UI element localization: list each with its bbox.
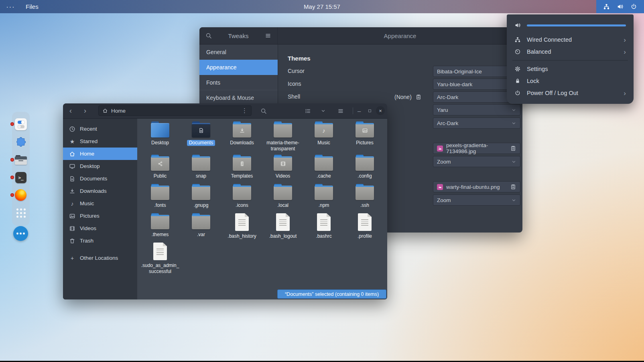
file-item[interactable]: Downloads <box>221 121 262 155</box>
dock-more-button[interactable] <box>13 226 28 241</box>
file-item[interactable]: .profile <box>344 213 385 243</box>
speaker-icon <box>514 22 521 28</box>
folder-icon <box>274 155 292 171</box>
chevron-down-icon <box>511 198 516 203</box>
path-bar[interactable]: Home ⋮ <box>98 105 252 116</box>
menu-item-power-off[interactable]: Power Off / Log Out › <box>511 87 630 99</box>
menu-item-power-profile[interactable]: Balanced › <box>511 46 630 58</box>
terminal-app-icon: >_ <box>15 172 26 183</box>
search-button[interactable] <box>260 103 267 118</box>
sidebar-item-starred[interactable]: ★Starred <box>63 135 137 148</box>
clock[interactable]: May 27 15:57 <box>304 3 340 10</box>
file-item[interactable]: Pictures <box>344 121 385 155</box>
folder-icon <box>356 184 374 200</box>
file-item[interactable]: .config <box>344 155 385 184</box>
tweaks-titlebar[interactable]: Tweaks Appearance – <box>199 27 522 44</box>
desktop: { "topbar": { "activities_glyph": "···",… <box>0 0 644 362</box>
kebab-menu-icon[interactable]: ⋮ <box>242 107 248 114</box>
back-button[interactable]: ‹ <box>69 103 72 118</box>
chevron-right-icon: › <box>624 49 626 55</box>
menu-item-settings[interactable]: Settings <box>511 63 630 75</box>
sidebar-item-music[interactable]: ♪Music <box>63 197 137 210</box>
legacy-theme-dropdown[interactable]: Arc-Dark <box>433 117 520 129</box>
activities-dots-icon[interactable]: ··· <box>6 3 15 10</box>
file-item[interactable]: .gnupg <box>181 184 221 213</box>
lockscreen-image-chooser[interactable]: warty-final-ubuntu.png <box>433 181 520 192</box>
current-path: Home <box>111 108 126 114</box>
clipboard-icon[interactable] <box>415 94 422 100</box>
menu-item-wired[interactable]: Wired Connected › <box>511 34 630 46</box>
file-item[interactable]: .ssh <box>344 184 385 213</box>
network-wired-icon <box>514 36 521 43</box>
files-titlebar[interactable]: ‹ › Home ⋮ – × <box>63 103 387 119</box>
minimize-button[interactable]: – <box>358 103 361 118</box>
sound-theme-dropdown[interactable]: Yaru <box>433 104 520 115</box>
file-item[interactable]: .var <box>181 213 221 243</box>
view-list-button[interactable] <box>305 103 311 118</box>
hamburger-menu-icon[interactable] <box>337 103 344 118</box>
background-adjustment-dropdown[interactable]: Zoom <box>433 156 520 167</box>
background-image-chooser[interactable]: pexels-gradienta-7134986.jpg <box>433 143 520 154</box>
firefox-app-icon <box>15 189 26 201</box>
image-thumbnail-icon <box>437 184 443 190</box>
file-item[interactable]: .sudo_as_admin_successful <box>140 243 181 277</box>
dock-item-firefox[interactable] <box>15 189 27 201</box>
lockscreen-adjustment-dropdown[interactable]: Zoom <box>433 194 520 206</box>
maximize-button[interactable] <box>367 103 372 118</box>
file-item[interactable]: .local <box>262 184 303 213</box>
music-emblem-icon: ♪ <box>322 127 325 133</box>
folder-icon <box>151 155 169 171</box>
file-item[interactable]: .bashrc <box>303 213 344 243</box>
sidebar-item-other-locations[interactable]: +Other Locations <box>63 252 137 264</box>
sidebar-item-documents[interactable]: Documents <box>63 172 137 185</box>
search-icon[interactable] <box>205 32 212 39</box>
file-item[interactable]: snap <box>181 155 221 184</box>
file-item[interactable]: .fonts <box>140 184 181 213</box>
file-item[interactable]: materia-theme-transparent <box>262 121 303 155</box>
file-item[interactable]: .cache <box>303 155 344 184</box>
file-item[interactable]: Public <box>140 155 181 184</box>
file-item[interactable]: ♪Music <box>303 121 344 155</box>
folder-icon <box>356 155 374 171</box>
view-options-chevron[interactable] <box>321 103 326 118</box>
folder-icon <box>192 213 210 229</box>
hamburger-menu-icon[interactable] <box>265 32 271 39</box>
file-item[interactable]: Videos <box>262 155 303 184</box>
sidebar-item-pictures[interactable]: Pictures <box>63 210 137 222</box>
dock-item-app-grid[interactable] <box>15 207 27 219</box>
dock-item-terminal[interactable]: >_ <box>15 172 27 184</box>
sidebar-item-downloads[interactable]: Downloads <box>63 185 137 197</box>
volume-slider[interactable] <box>527 24 626 26</box>
tweaks-sidebar-general[interactable]: General <box>199 44 278 60</box>
dock-item-extensions[interactable] <box>15 136 27 148</box>
sidebar-item-videos[interactable]: Videos <box>63 222 137 235</box>
file-item[interactable]: Desktop <box>140 121 181 155</box>
file-item[interactable]: .npm <box>303 184 344 213</box>
folder-icon <box>233 121 251 138</box>
dock-item-tweaks[interactable] <box>15 118 27 130</box>
close-button[interactable]: × <box>376 106 385 115</box>
sidebar-item-trash[interactable]: Trash <box>63 235 137 247</box>
file-item[interactable]: .icons <box>221 184 262 213</box>
file-item[interactable]: .bash_history <box>221 213 262 243</box>
volume-row[interactable] <box>511 19 630 31</box>
home-icon <box>102 108 108 113</box>
tweaks-sidebar-appearance[interactable]: Appearance <box>199 60 278 75</box>
sidebar-item-recent[interactable]: Recent <box>63 123 137 135</box>
menu-item-lock[interactable]: Lock <box>511 75 630 87</box>
sidebar-item-desktop[interactable]: Desktop <box>63 160 137 172</box>
focused-app-name[interactable]: Files <box>26 3 39 10</box>
file-item[interactable]: .bash_logout <box>262 213 303 243</box>
forward-button[interactable]: › <box>84 103 86 118</box>
tweaks-sidebar-fonts[interactable]: Fonts <box>199 75 278 90</box>
clipboard-icon[interactable] <box>510 145 516 152</box>
shell-none-indicator[interactable]: (None) <box>394 91 422 103</box>
file-item[interactable]: .themes <box>140 213 181 243</box>
file-item[interactable]: Templates <box>221 155 262 184</box>
system-status-area[interactable] <box>596 0 644 13</box>
dock-item-files[interactable] <box>15 154 27 166</box>
sidebar-item-home[interactable]: Home <box>63 148 137 160</box>
file-item-selected[interactable]: Documents <box>181 121 221 155</box>
clipboard-icon[interactable] <box>510 184 516 190</box>
file-grid: Desktop Documents Downloads materia-them… <box>140 121 385 277</box>
